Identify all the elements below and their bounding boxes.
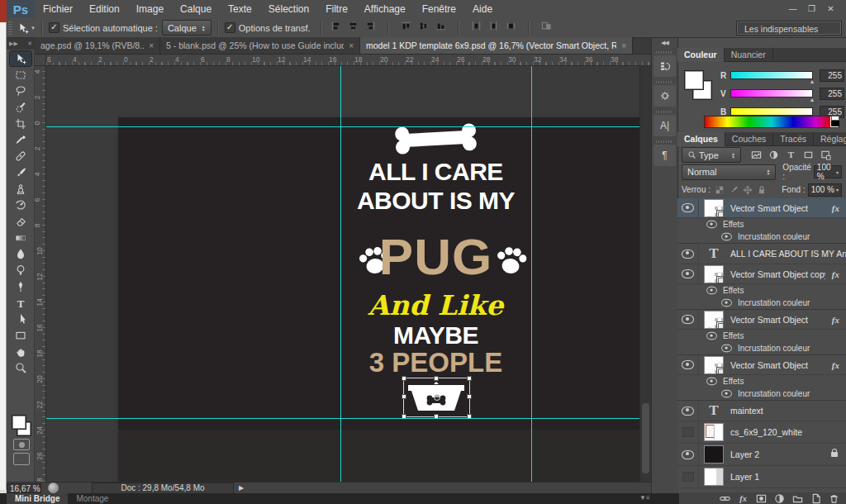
visibility-toggle[interactable] (677, 355, 699, 374)
close-tab-icon[interactable]: × (149, 41, 154, 50)
status-options-arrow[interactable]: ▶ (239, 484, 244, 492)
transform-bounding-box[interactable] (403, 378, 470, 417)
visibility-toggle[interactable] (677, 264, 699, 283)
options-bar-grip[interactable] (8, 21, 12, 35)
zoom-level-field[interactable]: 16,67 % (7, 483, 41, 493)
layer-thumbnail[interactable]: T (704, 245, 724, 263)
distribute-horizontal-centers-button[interactable] (487, 21, 500, 31)
layer-row[interactable]: cs_6x9_120_white (677, 421, 846, 444)
layer-name[interactable]: ALL I CARE ABOUT IS MY And Li... (730, 249, 846, 259)
menu-filtre[interactable]: Filtre (317, 0, 356, 18)
brush-tool[interactable] (10, 165, 31, 180)
opacity-field[interactable]: 100 %▾ (814, 165, 842, 178)
lock-all-icon[interactable] (756, 184, 768, 195)
tab-calques[interactable]: Calques (677, 132, 725, 146)
layer-name[interactable]: cs_6x9_120_white (730, 427, 846, 437)
layer-row[interactable]: Tmaintext (677, 401, 846, 421)
menu-texte[interactable]: Texte (220, 0, 260, 18)
move-tool[interactable] (10, 51, 31, 66)
blur-tool[interactable] (10, 246, 31, 261)
photoshop-logo[interactable]: Ps (7, 0, 35, 18)
slider-track-b[interactable]: ▲ (730, 107, 814, 116)
menu-affichage[interactable]: Affichage (356, 0, 414, 18)
layer-row[interactable]: TALL I CARE ABOUT IS MY And Li... (677, 244, 846, 264)
eye-icon[interactable] (721, 390, 732, 397)
layer-filter-dropdown[interactable]: Type ▲▼ (682, 147, 741, 163)
vertical-ruler[interactable]: 420246810121416182022242628 (35, 66, 46, 482)
crop-tool[interactable] (10, 116, 31, 131)
slider-value[interactable]: 255 (820, 69, 844, 82)
menu-fichier[interactable]: Fichier (35, 0, 81, 18)
layer-name[interactable]: Vector Smart Object (730, 360, 825, 370)
visibility-toggle[interactable] (677, 444, 699, 465)
layer-thumbnail[interactable] (704, 265, 724, 283)
bottom-tab-mini-bridge[interactable]: Mini Bridge (7, 493, 68, 504)
history-panel-icon[interactable] (654, 55, 676, 77)
align-top-edges-button[interactable] (400, 21, 412, 31)
filter-pixel-layers-icon[interactable] (749, 149, 763, 161)
distribute-right-edges-button[interactable] (505, 21, 517, 31)
menu-image[interactable]: Image (128, 0, 172, 18)
healing-brush-tool[interactable] (10, 149, 31, 164)
show-transform-controls-checkbox[interactable]: ✓ (225, 22, 235, 33)
close-tools-icon[interactable]: ✕ (27, 40, 32, 47)
eye-icon[interactable] (721, 345, 732, 352)
path-selection-tool[interactable] (10, 311, 31, 326)
minimize-button[interactable]: — (786, 4, 800, 14)
document-tab[interactable]: 5 - blank.psd @ 25% (How to use Guide in… (160, 37, 360, 54)
layer-row[interactable]: Vector Smart Objectfx (677, 310, 846, 330)
current-tool-icon[interactable]: ▼ (17, 22, 36, 34)
layer-row[interactable]: Vector Smart Object copyfx (677, 264, 846, 284)
menu-fentre[interactable]: Fenêtre (414, 0, 464, 18)
menu-calque[interactable]: Calque (172, 0, 220, 18)
visibility-toggle[interactable] (677, 421, 699, 443)
layer-thumbnail[interactable] (704, 356, 724, 374)
guide-line[interactable] (46, 418, 639, 419)
tab-couleur[interactable]: Couleur (677, 48, 725, 62)
paragraph-panel-icon[interactable]: ¶ (654, 145, 676, 166)
effects-row[interactable]: Effets (677, 218, 846, 231)
slider-handle[interactable]: ▲ (809, 97, 815, 102)
minibridge-panel-menu-icon[interactable]: ▼≡ (639, 494, 650, 502)
layer-row[interactable]: Layer 1 (677, 466, 846, 488)
layer-name[interactable]: Layer 1 (730, 472, 846, 482)
effect-item-row[interactable]: Incrustation couleur (677, 388, 846, 400)
collapse-tools-icon[interactable]: ▶▶ (9, 40, 18, 47)
tab-rglages[interactable]: Réglages (814, 132, 846, 146)
menu-slection[interactable]: Sélection (260, 0, 317, 18)
foreground-color-swatch[interactable] (12, 415, 26, 430)
layer-row[interactable]: Layer 2 (677, 444, 846, 466)
bottom-tab-montage[interactable]: Montage (68, 493, 116, 504)
visibility-toggle[interactable] (677, 244, 699, 264)
lock-position-icon[interactable] (742, 184, 753, 195)
close-tab-icon[interactable]: × (349, 41, 354, 50)
layer-thumbnail[interactable] (704, 468, 724, 486)
transform-handle[interactable] (402, 376, 406, 381)
effect-item-row[interactable]: Incrustation couleur (677, 342, 846, 354)
horizontal-ruler[interactable]: 64202468101214161820222426283032343638 (46, 55, 651, 66)
menu-aide[interactable]: Aide (464, 0, 501, 18)
zoom-tool[interactable] (10, 360, 31, 375)
close-tab-icon[interactable]: × (621, 41, 626, 50)
lock-transparency-icon[interactable] (714, 184, 725, 195)
quick-selection-tool[interactable] (10, 100, 31, 115)
lock-pixels-icon[interactable] (728, 184, 739, 195)
vertical-scrollbar[interactable] (639, 66, 651, 482)
slider-value[interactable]: 255 (820, 88, 844, 100)
hand-tool[interactable] (10, 345, 31, 359)
eyedropper-tool[interactable] (10, 133, 31, 148)
effect-item-row[interactable]: Incrustation couleur (677, 231, 846, 243)
foreground-color-swatch[interactable] (684, 70, 704, 90)
layer-row[interactable]: Vector Smart Objectfx (677, 198, 846, 218)
fill-field[interactable]: 100 %▾ (808, 183, 842, 197)
filter-type-layers-icon[interactable]: T (784, 149, 798, 161)
link-layers-icon[interactable] (720, 493, 730, 504)
tab-couches[interactable]: Couches (725, 132, 773, 146)
screen-mode-button[interactable] (13, 453, 30, 465)
clone-stamp-tool[interactable] (10, 182, 31, 197)
new-group-icon[interactable] (792, 493, 803, 504)
new-adjustment-layer-icon[interactable] (774, 493, 785, 504)
layer-style-icon[interactable]: fx (738, 493, 749, 504)
scrollbar-thumb[interactable] (642, 403, 649, 473)
guide-line[interactable] (531, 66, 532, 482)
